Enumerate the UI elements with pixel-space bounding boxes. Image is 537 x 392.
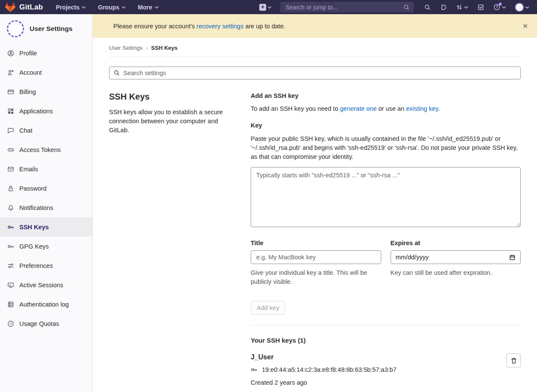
settings-search-input[interactable] bbox=[109, 67, 521, 79]
generate-one-link[interactable]: generate one bbox=[340, 105, 376, 112]
sidebar-item-profile[interactable]: Profile bbox=[0, 43, 92, 63]
user-menu-button[interactable] bbox=[515, 3, 529, 12]
sidebar-item-usage-quotas[interactable]: Usage Quotas bbox=[0, 314, 92, 333]
alert-close-button[interactable]: ✕ bbox=[520, 22, 531, 30]
plus-icon: + bbox=[259, 4, 266, 11]
ssh-key-info: J_User 19:e0:44:a5:14:c2:3a:e8:f8:48:8b:… bbox=[251, 353, 397, 392]
ssh-key-textarea[interactable] bbox=[251, 167, 521, 227]
active-sessions-icon bbox=[7, 282, 14, 289]
expires-field: Expires at mm/dd/yyyy Key can still be u… bbox=[391, 240, 521, 286]
global-search-input[interactable] bbox=[280, 2, 414, 12]
expires-date-input[interactable]: mm/dd/yyyy bbox=[391, 250, 521, 264]
chevron-down-icon bbox=[82, 6, 86, 9]
sidebar-item-account[interactable]: Account bbox=[0, 63, 92, 82]
ssh-key-title[interactable]: J_User bbox=[251, 353, 273, 361]
expires-label: Expires at bbox=[391, 240, 521, 246]
sidebar-item-applications[interactable]: Applications bbox=[0, 101, 92, 121]
add-key-button[interactable]: Add key bbox=[251, 301, 285, 315]
ssh-keys-icon bbox=[7, 224, 14, 231]
title-label: Title bbox=[251, 240, 381, 246]
section-form-column: Add an SSH key To add an SSH key you nee… bbox=[251, 89, 521, 392]
billing-icon bbox=[7, 88, 14, 95]
add-key-intro: To add an SSH key you need to generate o… bbox=[251, 105, 521, 112]
sidebar-item-ssh-keys[interactable]: SSH Keys bbox=[0, 217, 92, 237]
title-input[interactable] bbox=[251, 250, 381, 264]
sidebar-title: User Settings bbox=[30, 25, 73, 33]
key-icon bbox=[251, 366, 258, 373]
brand-name: GitLab bbox=[19, 3, 43, 12]
key-help-text: Paste your public SSH key, which is usua… bbox=[251, 134, 521, 161]
add-ssh-key-heading: Add an SSH key bbox=[251, 92, 521, 99]
account-icon bbox=[7, 69, 14, 76]
key-fields-row: Title Give your individual key a title. … bbox=[251, 240, 521, 286]
user-settings-avatar bbox=[7, 20, 24, 37]
search-icon bbox=[424, 4, 431, 11]
section-description-column: SSH Keys SSH keys allow you to establish… bbox=[109, 89, 251, 392]
user-avatar bbox=[515, 3, 524, 12]
chevron-down-icon bbox=[525, 6, 529, 9]
ssh-key-list-item: J_User 19:e0:44:a5:14:c2:3a:e8:f8:48:8b:… bbox=[251, 353, 521, 392]
authentication-log-icon bbox=[7, 301, 14, 308]
usage-quotas-icon bbox=[7, 320, 14, 327]
recovery-settings-link[interactable]: recovery settings bbox=[197, 23, 244, 30]
issues-button[interactable] bbox=[440, 4, 447, 11]
page-title: SSH Keys bbox=[109, 92, 234, 102]
todos-icon bbox=[477, 4, 484, 11]
breadcrumb-divider bbox=[109, 57, 521, 57]
profile-icon bbox=[7, 50, 14, 57]
gitlab-tanuki-icon bbox=[5, 2, 15, 12]
sidebar-nav: Profile Account Billing Applications Cha… bbox=[0, 43, 92, 333]
your-ssh-keys-heading: Your SSH keys (1) bbox=[251, 337, 521, 344]
calendar-icon[interactable] bbox=[509, 254, 516, 261]
svg-text:?: ? bbox=[496, 5, 498, 9]
new-menu-button[interactable]: + bbox=[259, 4, 272, 11]
chevron-down-icon bbox=[121, 6, 126, 9]
sidebar-item-billing[interactable]: Billing bbox=[0, 82, 92, 101]
chevron-down-icon bbox=[502, 6, 506, 9]
todos-button[interactable] bbox=[477, 4, 484, 11]
navbar-actions: ? bbox=[424, 3, 532, 12]
search-icon bbox=[403, 4, 410, 11]
breadcrumb-user-settings[interactable]: User Settings bbox=[109, 45, 143, 51]
title-help-text: Give your individual key a title. This w… bbox=[251, 268, 381, 286]
ssh-key-fingerprint: 19:e0:44:a5:14:c2:3a:e8:f8:48:8b:63:5b:5… bbox=[262, 366, 397, 373]
existing-key-link[interactable]: existing key bbox=[406, 105, 438, 112]
issues-icon bbox=[440, 4, 447, 11]
gitlab-home-link[interactable]: GitLab bbox=[5, 2, 43, 12]
top-navbar: GitLab Projects Groups More + bbox=[0, 0, 537, 14]
sidebar-item-authentication-log[interactable]: Authentication log bbox=[0, 295, 92, 314]
sidebar-item-preferences[interactable]: Preferences bbox=[0, 256, 92, 275]
breadcrumb-current: SSH Keys bbox=[151, 45, 177, 51]
sidebar-item-password[interactable]: Password bbox=[0, 179, 92, 198]
nav-groups[interactable]: Groups bbox=[98, 4, 126, 11]
ssh-keys-section: SSH Keys SSH keys allow you to establish… bbox=[109, 89, 521, 392]
search-button[interactable] bbox=[424, 4, 431, 11]
ssh-key-fingerprint-row: 19:e0:44:a5:14:c2:3a:e8:f8:48:8b:63:5b:5… bbox=[251, 366, 397, 373]
global-search[interactable] bbox=[280, 2, 414, 12]
help-button[interactable]: ? bbox=[493, 3, 506, 11]
alert-message: Please ensure your account's recovery se… bbox=[113, 23, 285, 30]
title-field: Title Give your individual key a title. … bbox=[251, 240, 381, 286]
chevron-down-icon bbox=[155, 6, 159, 9]
key-label: Key bbox=[251, 122, 521, 129]
search-icon bbox=[113, 70, 120, 76]
preferences-icon bbox=[7, 262, 14, 269]
sidebar-item-gpg-keys[interactable]: GPG Keys bbox=[0, 237, 92, 256]
sidebar-item-active-sessions[interactable]: Active Sessions bbox=[0, 275, 92, 295]
sidebar-header: User Settings bbox=[0, 14, 92, 42]
gpg-keys-icon bbox=[7, 243, 14, 250]
settings-sidebar: User Settings Profile Account Billing Ap… bbox=[0, 14, 93, 392]
sidebar-item-access-tokens[interactable]: Access Tokens bbox=[0, 140, 92, 159]
sidebar-item-chat[interactable]: Chat bbox=[0, 121, 92, 140]
breadcrumb-separator: › bbox=[146, 45, 148, 51]
nav-more[interactable]: More bbox=[138, 4, 158, 11]
main-content: Please ensure your account's recovery se… bbox=[93, 14, 537, 392]
nav-projects[interactable]: Projects bbox=[56, 4, 86, 11]
merge-requests-button[interactable] bbox=[456, 4, 468, 11]
alert-banner: Please ensure your account's recovery se… bbox=[93, 14, 537, 38]
chevron-down-icon bbox=[464, 6, 468, 9]
sidebar-item-notifications[interactable]: Notifications bbox=[0, 198, 92, 217]
sidebar-item-emails[interactable]: Emails bbox=[0, 159, 92, 179]
settings-container: User Settings › SSH Keys SSH Keys SSH ke… bbox=[93, 38, 537, 392]
delete-key-button[interactable] bbox=[507, 353, 521, 368]
